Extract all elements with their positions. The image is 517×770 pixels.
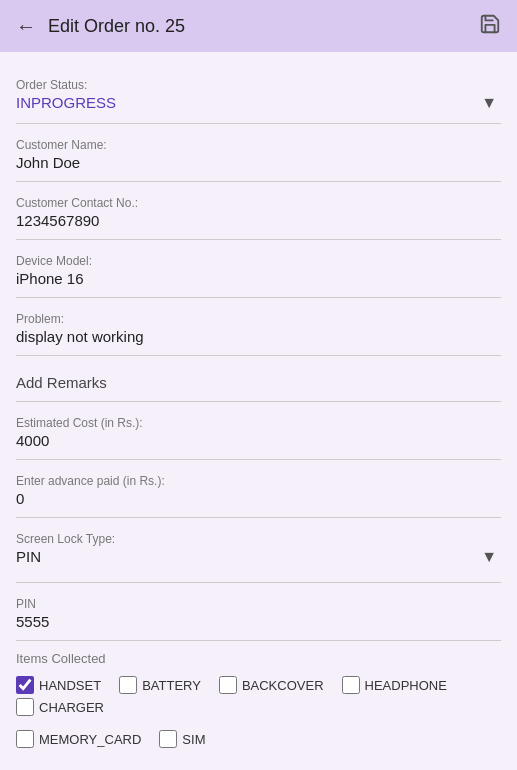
screen-lock-arrow-icon: ▼ xyxy=(481,548,497,566)
back-icon[interactable]: ← xyxy=(16,15,36,38)
headphone-label: HEADPHONE xyxy=(365,678,447,693)
header: ← Edit Order no. 25 xyxy=(0,0,517,52)
problem-label: Problem: xyxy=(16,312,501,326)
advance-paid-group: Enter advance paid (in Rs.): 0 xyxy=(16,474,501,518)
order-status-group: Order Status: INPROGRESS ▼ xyxy=(16,78,501,124)
memory-card-label: MEMORY_CARD xyxy=(39,732,141,747)
customer-name-label: Customer Name: xyxy=(16,138,501,152)
device-model-label: Device Model: xyxy=(16,254,501,268)
customer-contact-value[interactable]: 1234567890 xyxy=(16,212,501,240)
battery-checkbox[interactable] xyxy=(119,676,137,694)
order-status-value: INPROGRESS xyxy=(16,94,501,117)
customer-name-group: Customer Name: John Doe xyxy=(16,138,501,182)
items-row-1: HANDSET BATTERY BACKCOVER HEADPHONE CHAR… xyxy=(16,676,501,720)
content: Order Status: INPROGRESS ▼ Customer Name… xyxy=(0,52,517,770)
memory-card-checkbox-item[interactable]: MEMORY_CARD xyxy=(16,730,141,748)
dropdown-arrow-icon: ▼ xyxy=(481,94,497,112)
estimated-cost-value[interactable]: 4000 xyxy=(16,432,501,460)
items-row-2: MEMORY_CARD SIM xyxy=(16,730,501,752)
problem-group: Problem: display not working xyxy=(16,312,501,356)
problem-value[interactable]: display not working xyxy=(16,328,501,356)
save-icon[interactable] xyxy=(479,13,501,40)
screen-lock-select[interactable]: PIN ▼ xyxy=(16,548,501,583)
sim-checkbox-item[interactable]: SIM xyxy=(159,730,205,748)
screen-lock-group: Screen Lock Type: PIN ▼ xyxy=(16,532,501,583)
headphone-checkbox-item[interactable]: HEADPHONE xyxy=(342,676,447,694)
charger-label: CHARGER xyxy=(39,700,104,715)
handset-checkbox[interactable] xyxy=(16,676,34,694)
header-left: ← Edit Order no. 25 xyxy=(16,15,185,38)
headphone-checkbox[interactable] xyxy=(342,676,360,694)
customer-contact-group: Customer Contact No.: 1234567890 xyxy=(16,196,501,240)
handset-label: HANDSET xyxy=(39,678,101,693)
sim-label: SIM xyxy=(182,732,205,747)
order-status-select[interactable]: INPROGRESS ▼ xyxy=(16,94,501,124)
backcover-label: BACKCOVER xyxy=(242,678,324,693)
backcover-checkbox-item[interactable]: BACKCOVER xyxy=(219,676,324,694)
advance-paid-label: Enter advance paid (in Rs.): xyxy=(16,474,501,488)
pin-label: PIN xyxy=(16,597,501,611)
handset-checkbox-item[interactable]: HANDSET xyxy=(16,676,101,694)
items-collected-section: Items Collected HANDSET BATTERY BACKCOVE… xyxy=(16,651,501,770)
backcover-checkbox[interactable] xyxy=(219,676,237,694)
page-title: Edit Order no. 25 xyxy=(48,16,185,37)
pin-group: PIN 5555 xyxy=(16,597,501,641)
items-collected-label: Items Collected xyxy=(16,651,501,666)
remarks-section[interactable]: Add Remarks xyxy=(16,374,501,402)
device-model-value[interactable]: iPhone 16 xyxy=(16,270,501,298)
estimated-cost-label: Estimated Cost (in Rs.): xyxy=(16,416,501,430)
screen-lock-label: Screen Lock Type: xyxy=(16,532,501,546)
order-status-label: Order Status: xyxy=(16,78,501,92)
device-model-group: Device Model: iPhone 16 xyxy=(16,254,501,298)
remarks-label: Add Remarks xyxy=(16,374,501,391)
customer-name-value[interactable]: John Doe xyxy=(16,154,501,182)
advance-paid-value[interactable]: 0 xyxy=(16,490,501,518)
memory-card-checkbox[interactable] xyxy=(16,730,34,748)
sim-checkbox[interactable] xyxy=(159,730,177,748)
charger-checkbox[interactable] xyxy=(16,698,34,716)
pin-value[interactable]: 5555 xyxy=(16,613,501,641)
screen-lock-value: PIN xyxy=(16,548,501,576)
customer-contact-label: Customer Contact No.: xyxy=(16,196,501,210)
battery-checkbox-item[interactable]: BATTERY xyxy=(119,676,201,694)
estimated-cost-group: Estimated Cost (in Rs.): 4000 xyxy=(16,416,501,460)
charger-checkbox-item[interactable]: CHARGER xyxy=(16,698,104,716)
battery-label: BATTERY xyxy=(142,678,201,693)
